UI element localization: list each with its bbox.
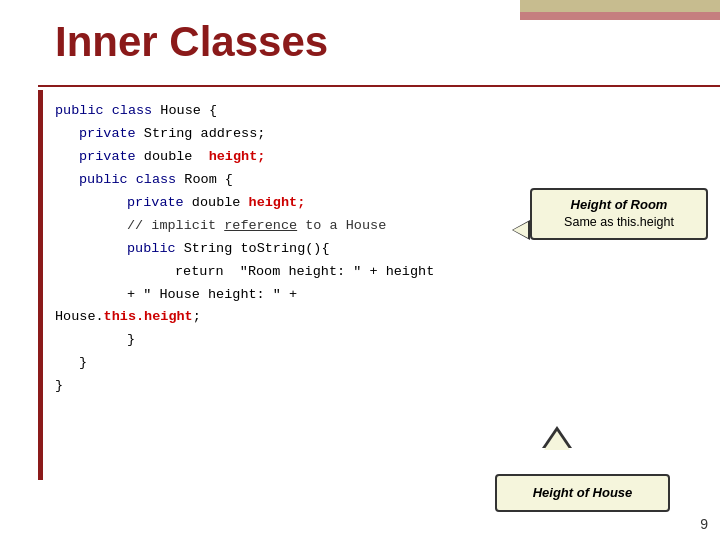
- code-line-10: House.this.height;: [55, 306, 434, 329]
- callout-room-italic: Room: [631, 197, 668, 212]
- slide: Inner Classes public class House { priva…: [0, 0, 720, 540]
- slide-title: Inner Classes: [55, 18, 328, 66]
- code-line-9: + " House height: " +: [55, 284, 434, 307]
- deco-bar-bottom: [520, 12, 720, 20]
- callout-house-title: Height of House: [507, 484, 658, 502]
- callout-room-title-text: Height of: [571, 197, 631, 212]
- code-line-4: public class Room {: [55, 169, 434, 192]
- callout-room-title: Height of Room: [542, 196, 696, 214]
- callout-room: Height of Room Same as this.height: [530, 188, 708, 240]
- callout-house-title-text: Height of: [533, 485, 593, 500]
- code-block: public class House { private String addr…: [55, 100, 434, 398]
- code-line-8: return "Room height: " + height: [55, 261, 434, 284]
- arrow-house-inner: [544, 431, 570, 450]
- code-line-7: public String toString(){: [55, 238, 434, 261]
- deco-bar-top: [520, 0, 720, 12]
- code-line-2: private String address;: [55, 123, 434, 146]
- code-line-1: public class House {: [55, 100, 434, 123]
- callout-house-italic: House: [593, 485, 633, 500]
- code-line-3: private double height;: [55, 146, 434, 169]
- title-rule: [38, 85, 720, 87]
- code-line-5: private double height;: [55, 192, 434, 215]
- page-number: 9: [700, 516, 708, 532]
- code-line-11: }: [55, 329, 434, 352]
- code-line-13: }: [55, 375, 434, 398]
- code-line-12: }: [55, 352, 434, 375]
- code-line-6: // implicit reference to a House: [55, 215, 434, 238]
- callout-room-subtitle: Same as this.height: [542, 214, 696, 232]
- callout-house: Height of House: [495, 474, 670, 512]
- left-accent-bar: [38, 90, 43, 480]
- arrow-room-inner: [513, 222, 528, 238]
